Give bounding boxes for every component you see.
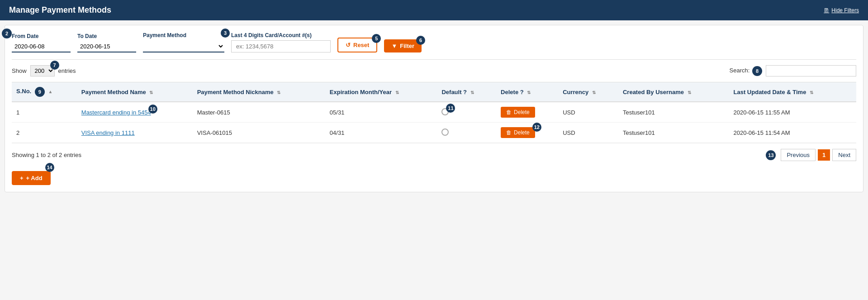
- reset-btn-wrapper: ↺ Reset 5: [337, 38, 377, 52]
- filter-icon: 🖹: [824, 7, 829, 14]
- sort-icon-name[interactable]: ⇅: [149, 90, 153, 95]
- sort-icon-nickname[interactable]: ⇅: [277, 90, 280, 95]
- card-digits-group: Last 4 Digits Card/Account #(s): [231, 32, 331, 52]
- payment-method-link-2[interactable]: VISA ending in 1111: [81, 129, 135, 136]
- to-date-input[interactable]: [77, 41, 136, 52]
- col-nickname: Payment Method Nickname ⇅: [193, 82, 325, 102]
- table-row: 2 VISA ending in 1111 VISA-061015 04/31 …: [12, 123, 856, 143]
- cell-sno-1: 1: [12, 102, 77, 123]
- cell-currency-2: USD: [558, 123, 618, 143]
- cell-default-2: [437, 123, 496, 143]
- page-title: Manage Payment Methods: [9, 5, 111, 15]
- table-footer: Showing 1 to 2 of 2 entries 13 Previous …: [12, 143, 856, 167]
- funnel-icon: ▼: [391, 43, 397, 49]
- filter-btn-wrapper: ▼ Filter 6: [384, 39, 422, 52]
- current-page[interactable]: 1: [818, 149, 830, 161]
- next-button[interactable]: Next: [832, 149, 856, 161]
- filters-section: From Date To Date Payment Method Masterc…: [12, 32, 856, 60]
- table-header-row: S.No. 9 ▲ Payment Method Name ⇅ Payment …: [12, 82, 856, 102]
- cell-delete-1: 🗑 Delete: [496, 102, 558, 123]
- badge-5: 5: [372, 34, 381, 43]
- table-row: 1 Mastercard ending in 5454 10 Master-06…: [12, 102, 856, 123]
- sort-icon-last-updated[interactable]: ⇅: [810, 90, 813, 95]
- col-delete: Delete ? ⇅: [496, 82, 558, 102]
- col-name: Payment Method Name ⇅: [77, 82, 193, 102]
- payment-method-link-1[interactable]: Mastercard ending in 5454: [81, 109, 151, 116]
- badge-11: 11: [446, 104, 455, 113]
- cell-delete-2: 🗑 Delete 12: [496, 123, 558, 143]
- badge-9: 9: [35, 87, 45, 97]
- badge-2: 2: [2, 29, 12, 38]
- trash-icon-2: 🗑: [506, 129, 512, 136]
- add-btn-wrapper: + + Add 14: [12, 167, 51, 185]
- reset-button[interactable]: ↺ Reset: [337, 38, 377, 52]
- cell-nickname-2: VISA-061015: [193, 123, 325, 143]
- delete-button-1[interactable]: 🗑 Delete: [501, 107, 535, 118]
- show-label: Show: [12, 67, 27, 74]
- delete-button-2[interactable]: 🗑 Delete: [501, 127, 535, 138]
- sort-icon-delete[interactable]: ⇅: [527, 90, 531, 95]
- col-created-by: Created By Username ⇅: [618, 82, 729, 102]
- badge-8: 8: [752, 66, 762, 76]
- sort-icon-expiration[interactable]: ⇅: [395, 90, 399, 95]
- showing-text: Showing 1 to 2 of 2 entries: [12, 152, 81, 158]
- sort-icon-sno[interactable]: ▲: [48, 89, 52, 94]
- badge-10: 10: [148, 105, 157, 114]
- payment-method-label: Payment Method: [143, 32, 224, 38]
- cell-nickname-1: Master-0615: [193, 102, 325, 123]
- col-sno: S.No. 9 ▲: [12, 82, 77, 102]
- badge-3: 3: [221, 29, 230, 38]
- pagination: 13 Previous 1 Next: [764, 149, 856, 161]
- search-label: Search:: [730, 67, 750, 74]
- payment-methods-table: S.No. 9 ▲ Payment Method Name ⇅ Payment …: [12, 82, 856, 143]
- payment-method-select[interactable]: Mastercard VISA: [143, 40, 224, 52]
- col-currency: Currency ⇅: [558, 82, 618, 102]
- search-box: Search: 8: [730, 65, 856, 76]
- badge-7: 7: [50, 61, 59, 70]
- payment-method-group: Payment Method Mastercard VISA 3: [143, 32, 224, 52]
- trash-icon-1: 🗑: [506, 109, 512, 115]
- reset-icon: ↺: [346, 42, 351, 48]
- badge-14: 14: [45, 163, 54, 172]
- col-last-updated: Last Updated Date & Time ⇅: [729, 82, 856, 102]
- badge-12: 12: [532, 123, 541, 132]
- from-date-label: From Date: [12, 33, 71, 39]
- card-digits-input[interactable]: [231, 40, 331, 52]
- cell-name-2: VISA ending in 1111: [77, 123, 193, 143]
- sort-icon-currency[interactable]: ⇅: [592, 90, 596, 95]
- col-expiration: Expiration Month/Year ⇅: [325, 82, 437, 102]
- cell-created-by-1: Testuser101: [618, 102, 729, 123]
- to-date-group: To Date: [77, 33, 136, 52]
- cell-name-1: Mastercard ending in 5454 10: [77, 102, 193, 123]
- main-container: 2 From Date To Date Payment Method Maste…: [5, 25, 863, 192]
- default-radio-2[interactable]: [441, 129, 449, 136]
- plus-icon: +: [20, 175, 24, 181]
- previous-button[interactable]: Previous: [781, 149, 816, 161]
- search-input[interactable]: [766, 65, 856, 76]
- table-controls: Show 10 25 50 100 200 7 entries Search: …: [12, 60, 856, 82]
- cell-default-1: 11: [437, 102, 496, 123]
- cell-created-by-2: Testuser101: [618, 123, 729, 143]
- badge-13: 13: [766, 150, 776, 160]
- to-date-label: To Date: [77, 33, 136, 39]
- show-entries-wrapper: Show 10 25 50 100 200 7 entries: [12, 65, 76, 76]
- from-date-group: From Date: [12, 33, 71, 52]
- badge-6: 6: [416, 36, 425, 45]
- sort-icon-default[interactable]: ⇅: [470, 90, 474, 95]
- add-button[interactable]: + + Add: [12, 171, 51, 185]
- cell-last-updated-2: 2020-06-15 11:54 AM: [729, 123, 856, 143]
- cell-last-updated-1: 2020-06-15 11:55 AM: [729, 102, 856, 123]
- card-digits-label: Last 4 Digits Card/Account #(s): [231, 32, 331, 38]
- col-default: Default ? ⇅: [437, 82, 496, 102]
- cell-currency-1: USD: [558, 102, 618, 123]
- entries-label: entries: [58, 67, 76, 74]
- cell-expiration-2: 04/31: [325, 123, 437, 143]
- from-date-input[interactable]: [12, 41, 71, 52]
- cell-sno-2: 2: [12, 123, 77, 143]
- page-header: Manage Payment Methods 🖹 Hide Filters: [0, 0, 868, 20]
- cell-expiration-1: 05/31: [325, 102, 437, 123]
- hide-filters-button[interactable]: 🖹 Hide Filters: [824, 7, 859, 14]
- sort-icon-created-by[interactable]: ⇅: [688, 90, 691, 95]
